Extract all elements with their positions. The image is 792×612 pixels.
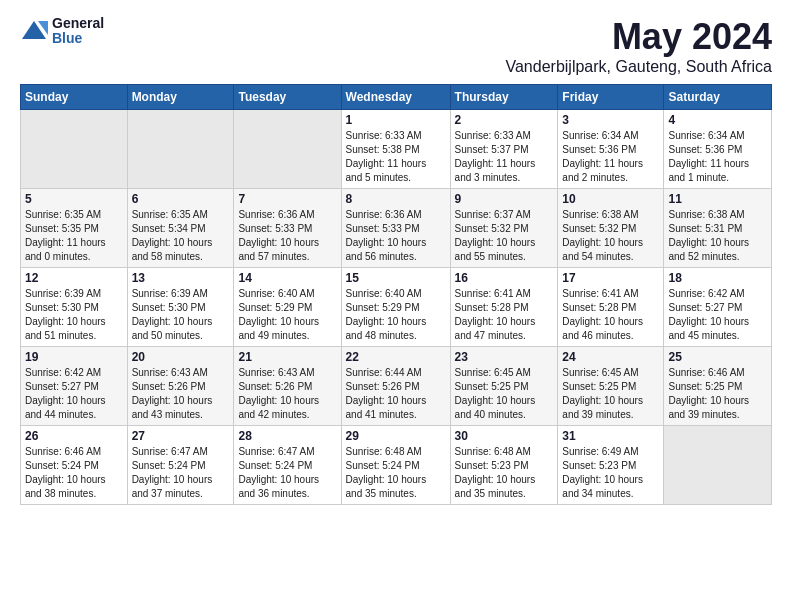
calendar-cell xyxy=(21,110,128,189)
title-block: May 2024 Vanderbijlpark, Gauteng, South … xyxy=(505,16,772,76)
day-info: Sunrise: 6:45 AMSunset: 5:25 PMDaylight:… xyxy=(455,366,554,422)
calendar-cell: 16Sunrise: 6:41 AMSunset: 5:28 PMDayligh… xyxy=(450,268,558,347)
day-number: 17 xyxy=(562,271,659,285)
day-number: 8 xyxy=(346,192,446,206)
calendar-cell: 3Sunrise: 6:34 AMSunset: 5:36 PMDaylight… xyxy=(558,110,664,189)
calendar-cell: 1Sunrise: 6:33 AMSunset: 5:38 PMDaylight… xyxy=(341,110,450,189)
header-row: SundayMondayTuesdayWednesdayThursdayFrid… xyxy=(21,85,772,110)
day-info: Sunrise: 6:38 AMSunset: 5:32 PMDaylight:… xyxy=(562,208,659,264)
calendar-cell: 8Sunrise: 6:36 AMSunset: 5:33 PMDaylight… xyxy=(341,189,450,268)
day-info: Sunrise: 6:48 AMSunset: 5:24 PMDaylight:… xyxy=(346,445,446,501)
calendar-cell: 2Sunrise: 6:33 AMSunset: 5:37 PMDaylight… xyxy=(450,110,558,189)
header-day-saturday: Saturday xyxy=(664,85,772,110)
day-number: 5 xyxy=(25,192,123,206)
calendar-cell: 30Sunrise: 6:48 AMSunset: 5:23 PMDayligh… xyxy=(450,426,558,505)
day-number: 12 xyxy=(25,271,123,285)
calendar-cell: 7Sunrise: 6:36 AMSunset: 5:33 PMDaylight… xyxy=(234,189,341,268)
header: General Blue May 2024 Vanderbijlpark, Ga… xyxy=(20,16,772,76)
calendar-cell: 24Sunrise: 6:45 AMSunset: 5:25 PMDayligh… xyxy=(558,347,664,426)
week-row-4: 19Sunrise: 6:42 AMSunset: 5:27 PMDayligh… xyxy=(21,347,772,426)
day-number: 10 xyxy=(562,192,659,206)
calendar-cell: 20Sunrise: 6:43 AMSunset: 5:26 PMDayligh… xyxy=(127,347,234,426)
day-info: Sunrise: 6:35 AMSunset: 5:35 PMDaylight:… xyxy=(25,208,123,264)
calendar-cell: 21Sunrise: 6:43 AMSunset: 5:26 PMDayligh… xyxy=(234,347,341,426)
logo-line1: General xyxy=(52,16,104,31)
week-row-5: 26Sunrise: 6:46 AMSunset: 5:24 PMDayligh… xyxy=(21,426,772,505)
day-info: Sunrise: 6:39 AMSunset: 5:30 PMDaylight:… xyxy=(25,287,123,343)
day-number: 6 xyxy=(132,192,230,206)
day-info: Sunrise: 6:40 AMSunset: 5:29 PMDaylight:… xyxy=(346,287,446,343)
calendar-cell: 23Sunrise: 6:45 AMSunset: 5:25 PMDayligh… xyxy=(450,347,558,426)
calendar-cell: 4Sunrise: 6:34 AMSunset: 5:36 PMDaylight… xyxy=(664,110,772,189)
header-day-sunday: Sunday xyxy=(21,85,128,110)
day-number: 15 xyxy=(346,271,446,285)
calendar-cell: 28Sunrise: 6:47 AMSunset: 5:24 PMDayligh… xyxy=(234,426,341,505)
calendar-cell: 25Sunrise: 6:46 AMSunset: 5:25 PMDayligh… xyxy=(664,347,772,426)
week-row-1: 1Sunrise: 6:33 AMSunset: 5:38 PMDaylight… xyxy=(21,110,772,189)
day-info: Sunrise: 6:44 AMSunset: 5:26 PMDaylight:… xyxy=(346,366,446,422)
calendar-cell: 15Sunrise: 6:40 AMSunset: 5:29 PMDayligh… xyxy=(341,268,450,347)
header-day-friday: Friday xyxy=(558,85,664,110)
day-number: 26 xyxy=(25,429,123,443)
day-info: Sunrise: 6:42 AMSunset: 5:27 PMDaylight:… xyxy=(668,287,767,343)
calendar-cell: 10Sunrise: 6:38 AMSunset: 5:32 PMDayligh… xyxy=(558,189,664,268)
day-info: Sunrise: 6:47 AMSunset: 5:24 PMDaylight:… xyxy=(238,445,336,501)
day-number: 23 xyxy=(455,350,554,364)
day-info: Sunrise: 6:36 AMSunset: 5:33 PMDaylight:… xyxy=(238,208,336,264)
day-info: Sunrise: 6:47 AMSunset: 5:24 PMDaylight:… xyxy=(132,445,230,501)
day-info: Sunrise: 6:41 AMSunset: 5:28 PMDaylight:… xyxy=(455,287,554,343)
day-number: 11 xyxy=(668,192,767,206)
day-info: Sunrise: 6:34 AMSunset: 5:36 PMDaylight:… xyxy=(562,129,659,185)
day-number: 9 xyxy=(455,192,554,206)
header-day-wednesday: Wednesday xyxy=(341,85,450,110)
day-number: 31 xyxy=(562,429,659,443)
calendar-cell: 9Sunrise: 6:37 AMSunset: 5:32 PMDaylight… xyxy=(450,189,558,268)
calendar-cell: 12Sunrise: 6:39 AMSunset: 5:30 PMDayligh… xyxy=(21,268,128,347)
day-info: Sunrise: 6:43 AMSunset: 5:26 PMDaylight:… xyxy=(238,366,336,422)
calendar-subtitle: Vanderbijlpark, Gauteng, South Africa xyxy=(505,58,772,76)
day-info: Sunrise: 6:49 AMSunset: 5:23 PMDaylight:… xyxy=(562,445,659,501)
calendar-cell: 13Sunrise: 6:39 AMSunset: 5:30 PMDayligh… xyxy=(127,268,234,347)
calendar-cell xyxy=(664,426,772,505)
day-number: 1 xyxy=(346,113,446,127)
day-number: 7 xyxy=(238,192,336,206)
logo: General Blue xyxy=(20,16,104,47)
day-info: Sunrise: 6:46 AMSunset: 5:24 PMDaylight:… xyxy=(25,445,123,501)
day-number: 29 xyxy=(346,429,446,443)
day-info: Sunrise: 6:34 AMSunset: 5:36 PMDaylight:… xyxy=(668,129,767,185)
week-row-3: 12Sunrise: 6:39 AMSunset: 5:30 PMDayligh… xyxy=(21,268,772,347)
calendar-cell xyxy=(234,110,341,189)
calendar-cell: 14Sunrise: 6:40 AMSunset: 5:29 PMDayligh… xyxy=(234,268,341,347)
calendar-cell: 26Sunrise: 6:46 AMSunset: 5:24 PMDayligh… xyxy=(21,426,128,505)
day-number: 3 xyxy=(562,113,659,127)
day-info: Sunrise: 6:40 AMSunset: 5:29 PMDaylight:… xyxy=(238,287,336,343)
day-number: 27 xyxy=(132,429,230,443)
day-info: Sunrise: 6:46 AMSunset: 5:25 PMDaylight:… xyxy=(668,366,767,422)
calendar-cell: 31Sunrise: 6:49 AMSunset: 5:23 PMDayligh… xyxy=(558,426,664,505)
day-info: Sunrise: 6:36 AMSunset: 5:33 PMDaylight:… xyxy=(346,208,446,264)
calendar-cell: 5Sunrise: 6:35 AMSunset: 5:35 PMDaylight… xyxy=(21,189,128,268)
day-number: 21 xyxy=(238,350,336,364)
day-number: 28 xyxy=(238,429,336,443)
day-number: 18 xyxy=(668,271,767,285)
day-number: 24 xyxy=(562,350,659,364)
day-info: Sunrise: 6:41 AMSunset: 5:28 PMDaylight:… xyxy=(562,287,659,343)
calendar-table: SundayMondayTuesdayWednesdayThursdayFrid… xyxy=(20,84,772,505)
header-day-thursday: Thursday xyxy=(450,85,558,110)
calendar-title: May 2024 xyxy=(505,16,772,58)
day-number: 20 xyxy=(132,350,230,364)
day-number: 4 xyxy=(668,113,767,127)
day-info: Sunrise: 6:38 AMSunset: 5:31 PMDaylight:… xyxy=(668,208,767,264)
day-info: Sunrise: 6:33 AMSunset: 5:38 PMDaylight:… xyxy=(346,129,446,185)
logo-text: General Blue xyxy=(52,16,104,47)
day-number: 2 xyxy=(455,113,554,127)
calendar-cell: 6Sunrise: 6:35 AMSunset: 5:34 PMDaylight… xyxy=(127,189,234,268)
logo-line2: Blue xyxy=(52,31,104,46)
header-day-tuesday: Tuesday xyxy=(234,85,341,110)
header-day-monday: Monday xyxy=(127,85,234,110)
week-row-2: 5Sunrise: 6:35 AMSunset: 5:35 PMDaylight… xyxy=(21,189,772,268)
day-number: 30 xyxy=(455,429,554,443)
day-info: Sunrise: 6:45 AMSunset: 5:25 PMDaylight:… xyxy=(562,366,659,422)
day-number: 13 xyxy=(132,271,230,285)
calendar-cell: 17Sunrise: 6:41 AMSunset: 5:28 PMDayligh… xyxy=(558,268,664,347)
